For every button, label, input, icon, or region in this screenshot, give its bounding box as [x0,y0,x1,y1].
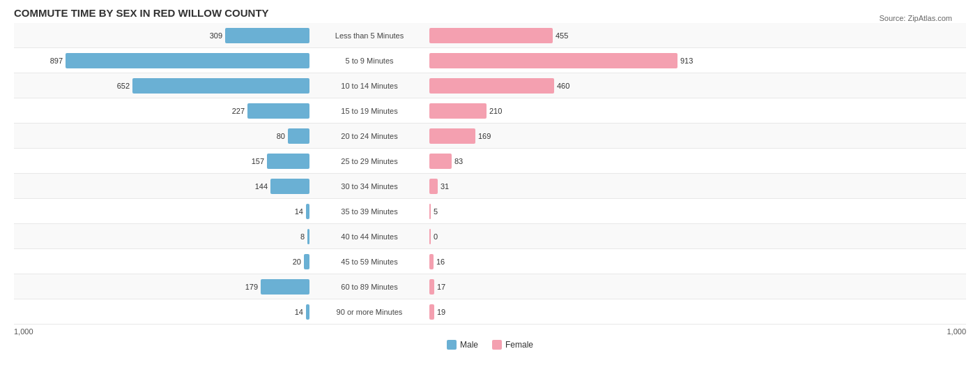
row-label: 20 to 24 Minutes [314,132,425,140]
chart-title: COMMUTE TIME BY SEX IN RED WILLOW COUNTY [14,7,966,19]
bar-female [429,204,431,219]
left-section: 80 [14,128,314,144]
table-row: 227 15 to 19 Minutes 210 [14,98,966,124]
bar-male [225,28,309,43]
row-label: 10 to 14 Minutes [314,82,425,90]
male-value: 144 [248,182,268,191]
left-section: 309 [14,28,314,43]
bar-male [261,279,309,295]
axis-right: 1,000 [666,327,966,336]
table-row: 897 5 to 9 Minutes 913 [14,48,966,73]
right-section: 455 [425,28,725,43]
left-section: 157 [14,154,314,169]
bar-female [429,78,554,94]
row-label: 60 to 89 Minutes [314,283,425,291]
bar-female [429,229,431,244]
male-value: 227 [225,107,245,115]
male-value: 897 [43,57,63,65]
female-value: 16 [436,258,456,266]
table-row: 8 40 to 44 Minutes 0 [14,224,966,249]
male-value: 14 [284,207,303,216]
left-section: 144 [14,179,314,194]
male-value: 80 [266,132,285,140]
male-value: 14 [284,308,303,316]
bar-female [429,154,452,169]
female-value: 210 [489,107,509,115]
legend-male-box [447,340,457,350]
right-section: 31 [425,179,725,194]
chart-area: 309 Less than 5 Minutes 455 897 5 to 9 M… [14,23,966,350]
male-value: 179 [238,283,258,291]
legend-female: Female [492,340,533,350]
row-label: 30 to 34 Minutes [314,182,425,191]
right-section: 19 [425,304,725,320]
right-section: 17 [425,279,725,295]
female-value: 0 [434,232,453,241]
bar-male [267,154,309,169]
legend-female-box [492,340,502,350]
table-row: 20 45 to 59 Minutes 16 [14,249,966,274]
legend-female-label: Female [505,340,533,350]
left-section: 14 [14,204,314,219]
female-value: 5 [434,207,453,216]
left-section: 179 [14,279,314,295]
bar-male [66,53,309,68]
right-section: 210 [425,103,725,119]
left-section: 8 [14,229,314,244]
axis-left: 1,000 [14,327,314,336]
row-label: 40 to 44 Minutes [314,232,425,241]
male-value: 20 [282,258,301,266]
female-value: 169 [478,132,498,140]
bar-female [429,304,434,320]
female-value: 460 [557,82,576,90]
right-section: 169 [425,128,725,144]
right-section: 5 [425,204,725,219]
legend-male: Male [447,340,478,350]
bar-male [306,204,309,219]
bar-female [429,103,487,119]
table-row: 14 35 to 39 Minutes 5 [14,199,966,224]
bar-male [270,179,309,194]
table-row: 80 20 to 24 Minutes 169 [14,124,966,149]
table-row: 652 10 to 14 Minutes 460 [14,73,966,98]
female-value: 83 [454,157,474,165]
right-section: 0 [425,229,725,244]
female-value: 913 [680,57,700,65]
table-row: 179 60 to 89 Minutes 17 [14,274,966,299]
left-section: 14 [14,304,314,320]
bar-male [306,304,309,320]
axis-row: 1,000 1,000 [14,325,966,337]
row-label: 45 to 59 Minutes [314,258,425,266]
row-label: 5 to 9 Minutes [314,57,425,65]
male-value: 8 [285,232,305,241]
left-section: 227 [14,103,314,119]
left-section: 20 [14,254,314,269]
row-label: 90 or more Minutes [314,308,425,316]
right-section: 16 [425,254,725,269]
bar-male [132,78,309,94]
bar-female [429,254,434,269]
bar-male [288,128,309,144]
female-value: 17 [437,283,457,291]
row-label: 35 to 39 Minutes [314,207,425,216]
right-section: 83 [425,154,725,169]
male-value: 652 [110,82,130,90]
right-section: 913 [425,53,725,68]
left-section: 652 [14,78,314,94]
bar-female [429,279,434,295]
row-label: 25 to 29 Minutes [314,157,425,165]
source-label: Source: ZipAtlas.com [879,14,952,22]
right-section: 460 [425,78,725,94]
bar-female [429,128,475,144]
legend: Male Female [14,340,966,350]
bar-male [247,103,309,119]
table-row: 309 Less than 5 Minutes 455 [14,23,966,48]
bar-female [429,179,438,194]
bar-female [429,28,553,43]
row-label: 15 to 19 Minutes [314,107,425,115]
bar-male [304,254,309,269]
male-value: 309 [203,31,222,40]
female-value: 455 [556,31,575,40]
table-row: 157 25 to 29 Minutes 83 [14,149,966,174]
bar-female [429,53,677,68]
